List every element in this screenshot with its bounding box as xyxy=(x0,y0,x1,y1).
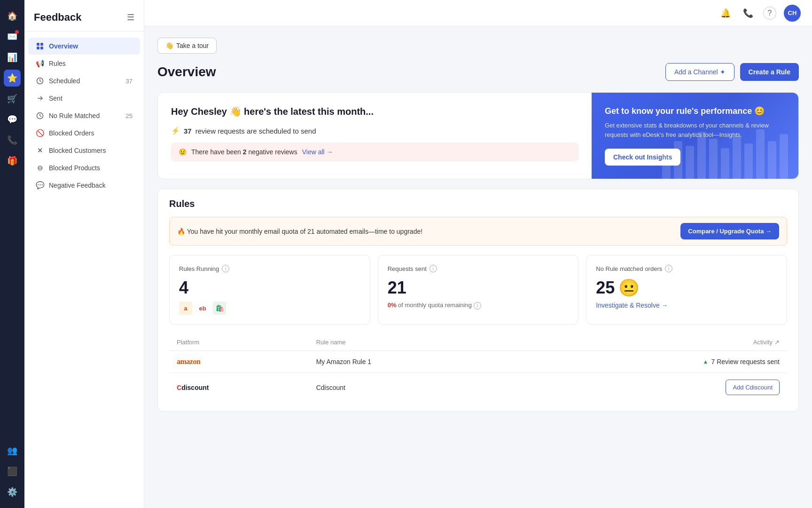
nav-apps-icon[interactable]: ⬛ xyxy=(4,463,21,480)
sidebar-item-sent[interactable]: Sent xyxy=(28,90,140,107)
svg-rect-3 xyxy=(40,47,43,49)
sidebar-item-no-rule-count: 25 xyxy=(126,112,133,119)
svg-rect-12 xyxy=(733,136,741,179)
quota-remaining-info-icon[interactable]: i xyxy=(474,302,481,310)
rules-running-info-icon[interactable]: i xyxy=(222,265,229,272)
svg-rect-6 xyxy=(662,151,671,179)
sidebar-item-negative-feedback[interactable]: 💬 Negative Feedback xyxy=(28,177,140,194)
ebay-icon: eb xyxy=(196,302,209,315)
negative-emoji: 😟 xyxy=(179,148,187,156)
sidebar-nav: Overview 📢 Rules Scheduled 37 xyxy=(24,32,144,200)
activity-trend-icon: ↗ xyxy=(774,339,780,346)
help-icon[interactable]: ? xyxy=(763,7,776,20)
sidebar-item-blocked-customers[interactable]: ✕ Blocked Customers xyxy=(28,142,140,159)
page-header: Overview Add a Channel ✦ Create a Rule xyxy=(157,63,799,81)
icon-nav: 🏠 ✉️ 📊 ⭐ 🛒 💬 📞 🎁 👥 ⬛ ⚙️ xyxy=(0,0,24,508)
activity-header: Activity ↗ xyxy=(516,334,787,351)
blocked-products-icon: ⊖ xyxy=(36,164,44,172)
scheduled-emoji: ⚡ xyxy=(171,127,180,135)
tour-label: Take a tour xyxy=(176,42,209,49)
quota-warning: 🔥 You have hit your monthly email quota … xyxy=(169,217,787,246)
rules-running-stat: Rules Running i 4 a eb 🛍️ xyxy=(169,255,370,325)
rules-running-title: Rules Running i xyxy=(179,265,360,272)
sidebar-item-blocked-products[interactable]: ⊖ Blocked Products xyxy=(28,159,140,176)
requests-sent-info-icon[interactable]: i xyxy=(429,265,437,272)
no-rule-matched-title: No Rule matched orders i xyxy=(596,265,777,272)
nav-gift-icon[interactable]: 🎁 xyxy=(4,152,21,169)
rules-card: Rules 🔥 You have hit your monthly email … xyxy=(157,189,799,412)
create-rule-button[interactable]: Create a Rule xyxy=(740,63,799,81)
svg-rect-1 xyxy=(40,43,43,46)
svg-rect-0 xyxy=(37,43,39,46)
sidebar-menu-icon[interactable]: ☰ xyxy=(127,12,134,23)
nav-chart-icon[interactable]: 📊 xyxy=(4,49,21,66)
nav-star-icon[interactable]: ⭐ xyxy=(4,70,21,87)
scheduled-text: review requests are scheduled to send xyxy=(195,127,316,135)
sidebar-item-scheduled-label: Scheduled xyxy=(49,77,121,85)
stats-grid: Rules Running i 4 a eb 🛍️ xyxy=(169,255,787,325)
mail-badge xyxy=(15,30,19,34)
notification-icon[interactable]: 🔔 xyxy=(718,6,733,21)
sidebar-item-scheduled[interactable]: Scheduled 37 xyxy=(28,72,140,89)
nav-phone-icon[interactable]: 📞 xyxy=(4,132,21,149)
hey-card-left: Hey Chesley 👋 here's the latest this mon… xyxy=(158,93,592,179)
add-channel-button[interactable]: Add a Channel ✦ xyxy=(665,63,734,81)
nav-mail-icon[interactable]: ✉️ xyxy=(4,28,21,45)
sidebar-item-no-rule-matched[interactable]: No Rule Matched 25 xyxy=(28,107,140,124)
svg-rect-13 xyxy=(744,143,753,179)
rule-name-header: Rule name xyxy=(309,334,516,351)
no-rule-emoji: 😐 xyxy=(618,278,640,298)
quota-text: 🔥 You have hit your monthly email quota … xyxy=(177,228,422,235)
sidebar-item-overview-label: Overview xyxy=(49,42,133,50)
amazon-icon: a xyxy=(179,302,192,315)
overview-icon xyxy=(36,42,44,50)
platform-icons: a eb 🛍️ xyxy=(179,302,360,315)
negative-alert: 😟 There have been 2 negative reviews Vie… xyxy=(171,143,578,161)
sent-icon xyxy=(36,94,44,103)
svg-rect-11 xyxy=(721,148,729,179)
nav-users-icon[interactable]: 👥 xyxy=(4,442,21,459)
sidebar-header: Feedback ☰ xyxy=(24,0,144,32)
avatar[interactable]: CH xyxy=(784,5,801,22)
nav-settings-icon[interactable]: ⚙️ xyxy=(4,484,21,500)
sidebar-item-rules[interactable]: 📢 Rules xyxy=(28,55,140,72)
nav-chat-icon[interactable]: 💬 xyxy=(4,111,21,128)
amazon-activity-cell: ▲ 7 Review requests sent xyxy=(516,351,787,373)
sidebar-item-sent-label: Sent xyxy=(49,95,133,102)
tour-button[interactable]: 👋 Take a tour xyxy=(157,38,217,54)
header-actions: Add a Channel ✦ Create a Rule xyxy=(665,63,799,81)
svg-rect-8 xyxy=(686,146,694,179)
svg-rect-7 xyxy=(674,141,682,179)
sidebar-item-scheduled-count: 37 xyxy=(126,78,133,85)
blocked-customers-icon: ✕ xyxy=(36,146,44,155)
sidebar-item-overview[interactable]: Overview xyxy=(28,38,140,55)
table-row: Cdiscount Cdiscount Add Cdiscount xyxy=(169,373,787,402)
scheduled-stat-row: ⚡ 37 review requests are scheduled to se… xyxy=(171,127,578,135)
investigate-resolve-link[interactable]: Investigate & Resolve → xyxy=(596,302,777,309)
requests-sent-value: 21 xyxy=(388,278,569,298)
no-rule-matched-value: 25 😐 xyxy=(596,278,777,298)
requests-sent-title: Requests sent i xyxy=(388,265,569,272)
no-rule-matched-info-icon[interactable]: i xyxy=(665,265,672,272)
svg-rect-15 xyxy=(768,141,776,179)
add-cdiscount-button[interactable]: Add Cdiscount xyxy=(726,380,780,395)
nav-home-icon[interactable]: 🏠 xyxy=(4,8,21,24)
cdiscount-action-cell: Add Cdiscount xyxy=(516,373,787,402)
sidebar-item-blocked-orders[interactable]: 🚫 Blocked Orders xyxy=(28,125,140,142)
sidebar-title: Feedback xyxy=(34,11,82,24)
cdiscount-platform-cell: Cdiscount xyxy=(169,373,309,402)
zero-percent: 0% xyxy=(388,302,397,309)
negative-feedback-icon: 💬 xyxy=(36,181,44,190)
view-all-link[interactable]: View all → xyxy=(302,148,333,156)
shopify-icon: 🛍️ xyxy=(213,302,226,315)
insights-card: Get to know your rule's performance 😊 Ge… xyxy=(592,93,798,179)
svg-rect-10 xyxy=(709,139,718,179)
nav-cart-icon[interactable]: 🛒 xyxy=(4,90,21,107)
upgrade-quota-button[interactable]: Compare / Upgrade Quota → xyxy=(680,223,779,239)
scheduled-icon xyxy=(36,77,44,85)
amazon-rule-name-cell: My Amazon Rule 1 xyxy=(309,351,516,373)
page-title: Overview xyxy=(157,64,216,79)
sidebar-item-blocked-orders-label: Blocked Orders xyxy=(49,129,133,137)
phone-icon[interactable]: 📞 xyxy=(741,6,756,21)
amazon-logo: amazon xyxy=(177,357,200,365)
